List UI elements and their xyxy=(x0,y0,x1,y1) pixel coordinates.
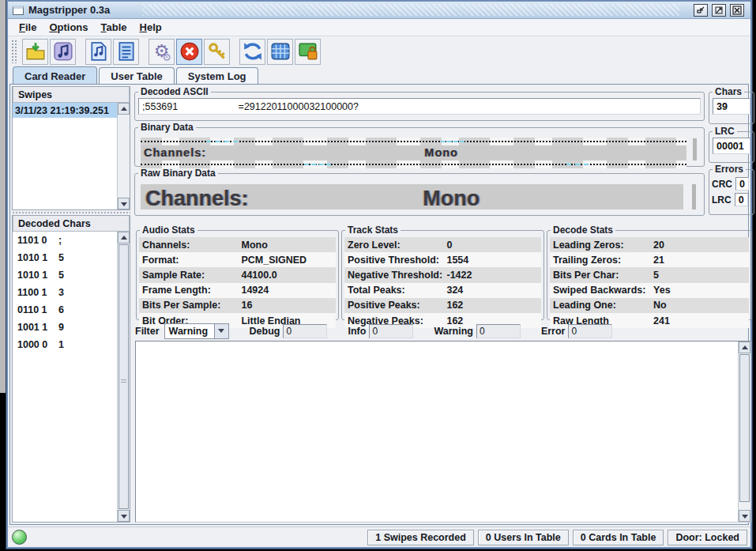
text-log-button[interactable] xyxy=(113,39,139,65)
close-button[interactable] xyxy=(730,4,744,17)
toolbar-drag-handle[interactable] xyxy=(11,40,17,63)
binary-data-title: Binary Data xyxy=(138,122,196,133)
arrow-up-icon xyxy=(742,345,748,349)
scrollbar-thumb[interactable] xyxy=(118,244,129,509)
tab-card-reader[interactable]: Card Reader xyxy=(13,66,97,84)
scroll-down-button[interactable] xyxy=(739,510,750,522)
stat-row: Leading Zeros:20 xyxy=(550,237,749,252)
lrc-error-field[interactable]: 0 xyxy=(735,193,748,206)
open-file-button[interactable] xyxy=(22,39,48,65)
tab-system-log[interactable]: System Log xyxy=(176,67,258,84)
door-lock-icon xyxy=(298,41,318,62)
filter-combobox[interactable]: Warning xyxy=(164,323,229,339)
decoded-char-row[interactable]: 0110 16 xyxy=(13,301,117,319)
save-audio-button[interactable] xyxy=(50,39,76,65)
minimize-icon xyxy=(696,6,705,15)
info-count-label: Info xyxy=(348,326,366,337)
debug-count-label: Debug xyxy=(250,326,280,337)
lrc-error-row: LRC 0 xyxy=(712,193,751,206)
stat-row: Negative Threshold:-1422 xyxy=(344,267,541,282)
decoded-char-row[interactable]: 1010 15 xyxy=(13,249,117,266)
combo-dropdown-button[interactable] xyxy=(214,324,228,338)
info-count-field[interactable]: 0 xyxy=(369,324,413,338)
menu-table[interactable]: Table xyxy=(96,20,135,35)
stat-row: Zero Level:0 xyxy=(344,237,541,252)
decoded-char-row[interactable]: 1100 13 xyxy=(13,284,117,301)
tab-bar: Card Reader User Table System Log xyxy=(8,66,750,84)
audio-file-icon xyxy=(88,41,109,62)
stat-row: Bits Per Char:5 xyxy=(550,267,749,282)
swipes-scrollbar[interactable] xyxy=(117,103,130,209)
stat-row: Positive Threshold:1554 xyxy=(344,252,541,267)
scroll-up-button[interactable] xyxy=(739,342,750,353)
settings-gears-icon: ⚙⚙ xyxy=(154,43,170,60)
table-button[interactable] xyxy=(267,39,293,65)
scrollbar-thumb[interactable] xyxy=(739,354,750,502)
maximize-button[interactable] xyxy=(712,4,726,17)
decoded-ascii-group: Decoded ASCII ;553691 =29122011000032100… xyxy=(134,86,705,121)
title-bar[interactable]: Magstripper 0.3a xyxy=(8,2,750,19)
scroll-down-button[interactable] xyxy=(118,198,130,209)
door-status: Door: Locked xyxy=(668,530,747,545)
error-count-field[interactable]: 0 xyxy=(568,324,612,338)
track-stats-group: Track Stats Zero Level:0 Positive Thresh… xyxy=(341,225,544,320)
key-button[interactable] xyxy=(204,39,230,65)
stat-row: Leading One:No xyxy=(550,298,749,313)
stop-icon xyxy=(179,41,200,62)
chars-field[interactable]: 39 xyxy=(713,98,750,115)
scroll-up-button[interactable] xyxy=(118,232,130,243)
errors-title: Errors xyxy=(713,164,746,175)
arrow-up-icon xyxy=(121,236,127,240)
menu-options[interactable]: Options xyxy=(44,20,96,35)
log-text-area[interactable] xyxy=(135,341,751,523)
crc-error-row: CRC 0 xyxy=(712,177,751,191)
decode-stats-title: Decode Stats xyxy=(551,225,615,236)
desktop-background xyxy=(0,0,6,393)
arrow-up-icon xyxy=(121,107,127,111)
audio-stats-group: Audio Stats Channels:Mono Format:PCM_SIG… xyxy=(136,225,339,320)
chars-group: Chars 39 xyxy=(709,86,754,124)
warning-count-field[interactable]: 0 xyxy=(476,324,521,338)
decoded-char-row[interactable]: 1000 01 xyxy=(13,336,117,353)
tab-user-table[interactable]: User Table xyxy=(99,67,175,84)
open-file-icon xyxy=(25,41,46,62)
bit-blocks-top xyxy=(141,138,686,145)
menu-file[interactable]: File xyxy=(14,20,44,35)
filter-selected-value: Warning xyxy=(165,324,214,338)
decoded-char-row[interactable]: 1101 0; xyxy=(13,232,117,249)
decoded-char-row[interactable]: 1001 19 xyxy=(13,319,117,336)
users-in-table-status: 0 Users In Table xyxy=(478,530,569,545)
stat-row: Trailing Zeros:21 xyxy=(550,252,749,267)
arrow-down-icon xyxy=(121,515,127,519)
stop-button[interactable] xyxy=(176,39,202,65)
decoded-ascii-title: Decoded ASCII xyxy=(138,86,211,97)
binary-data-group: Binary Data Channels: Mono xyxy=(134,122,705,167)
app-icon xyxy=(13,6,24,15)
binary-waveform-display[interactable]: Channels: Mono xyxy=(141,138,686,162)
refresh-button[interactable] xyxy=(239,39,265,65)
binary-overlay-text: Channels: Mono xyxy=(141,145,686,160)
scroll-down-button[interactable] xyxy=(118,510,130,522)
crc-error-field[interactable]: 0 xyxy=(735,177,749,191)
raw-binary-display[interactable]: Channels: Mono xyxy=(141,184,683,209)
text-log-icon xyxy=(116,41,137,62)
lrc-title: LRC xyxy=(713,126,737,137)
audio-file-button[interactable] xyxy=(85,39,111,65)
titlebar-pattern xyxy=(142,4,679,16)
maximize-icon xyxy=(714,6,724,15)
decoded-ascii-field[interactable]: ;553691 =29122011000032100000? xyxy=(138,98,701,115)
log-filter-bar: Filter Warning Debug 0 Info 0 Warning 0 … xyxy=(135,322,751,340)
decoded-char-row[interactable]: 1010 15 xyxy=(13,266,117,284)
lrc-field[interactable]: 00001 xyxy=(713,138,750,154)
decoded-chars-scrollbar[interactable] xyxy=(117,232,130,522)
scroll-up-button[interactable] xyxy=(118,103,130,115)
settings-button[interactable]: ⚙⚙ xyxy=(149,39,175,65)
log-scrollbar[interactable] xyxy=(738,342,750,522)
menu-help[interactable]: Help xyxy=(135,20,170,35)
swipes-header: Swipes xyxy=(13,87,130,103)
door-lock-button[interactable] xyxy=(295,39,321,65)
swipe-row[interactable]: 3/11/23 21:19:39.251 xyxy=(13,103,117,118)
minimize-button[interactable] xyxy=(694,4,708,17)
strip-end-bar xyxy=(693,138,697,160)
debug-count-field[interactable]: 0 xyxy=(283,324,327,338)
